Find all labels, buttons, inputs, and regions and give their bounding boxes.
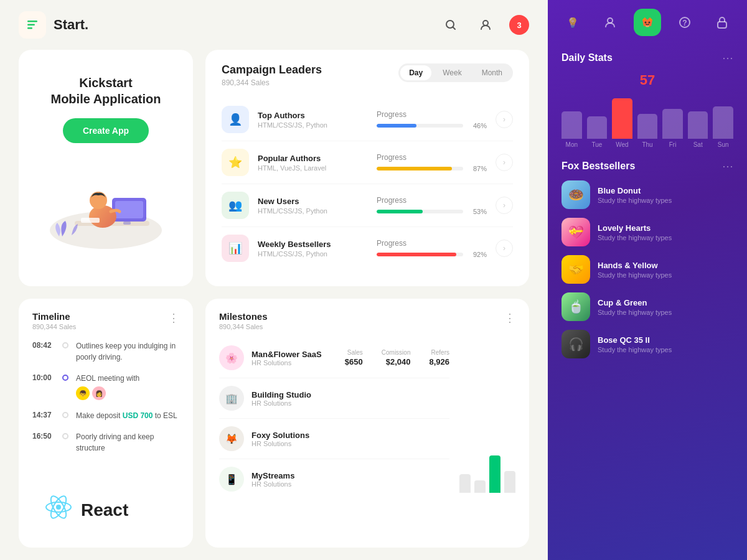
fox-bestsellers-title: Fox Bestsellers [561,161,635,172]
daily-stats-section: Daily Stats ⋯ 57 Mon Tue Wed Thu [548,41,747,154]
daily-stats-peak: 57 [561,72,733,88]
svg-rect-10 [123,222,131,225]
weekly-bestsellers-tech: HTML/CSS/JS, Python [258,250,368,258]
chart-bar-fri: Fri [662,98,683,148]
search-icon[interactable] [439,14,462,36]
tab-group: Day Week Month [398,63,513,82]
react-label: React [81,500,128,520]
header-left: Start. [19,11,88,39]
content-grid: Kickstart Mobile Application Create App [0,50,548,560]
daily-stats-chart: Mon Tue Wed Thu Fri Sat [561,92,733,148]
product-blue-donut: 🍩 Blue Donut Study the highway types [561,180,733,209]
svg-point-20 [645,22,647,24]
popular-authors-icon: ⭐ [222,149,249,176]
tab-day[interactable]: Day [400,65,431,80]
fox-bestsellers-more[interactable]: ⋯ [722,159,733,173]
timeline-more[interactable]: ⋮ [168,311,179,325]
weekly-bestsellers-progress: Progress 92% [377,239,487,258]
campaign-subtitle: 890,344 Sales [222,78,322,87]
popular-authors-arrow[interactable]: › [496,154,513,171]
sidebar-help-icon[interactable]: ? [671,9,698,36]
svg-line-4 [453,27,456,30]
timeline-item-1000: 10:00 AEOL meeting with 👦 👩 [32,373,179,400]
sidebar-lock-icon[interactable] [708,9,736,36]
weekly-bestsellers-arrow[interactable]: › [496,240,513,257]
new-users-arrow[interactable]: › [496,197,513,214]
new-users-tech: HTML/CSS/JS, Python [258,207,368,215]
top-authors-progress: Progress 46% [377,110,487,129]
milestones-title: Milestones [219,311,268,322]
product-bose-qc35: 🎧 Bose QC 35 II Study the highway types [561,330,733,358]
tab-month[interactable]: Month [473,65,511,80]
building-studio-info: Building Studio HR Solutions [251,390,449,407]
timeline-title: Timeline [32,311,76,322]
timeline-item-0842: 08:42 Outlines keep you indulging in poo… [32,340,179,363]
header-right: 3 [439,14,529,36]
bose-thumb: 🎧 [561,330,590,358]
react-banner: React [32,485,179,535]
hands-yellow-info: Hands & Yellow Study the highway types [598,261,733,279]
user-icon[interactable] [474,14,497,36]
header: Start. 3 [0,0,548,50]
mystreams-icon: 📱 [219,467,244,492]
milestones-subtitle: 890,344 Sales [219,323,268,330]
campaign-row-popular-authors: ⭐ Popular Authors HTML, VueJS, Laravel P… [222,141,513,184]
campaign-row-new-users: 👥 New Users HTML/CSS/JS, Python Progress… [222,184,513,227]
notification-badge[interactable]: 3 [509,15,529,35]
timeline-item-1437: 14:37 Make deposit USD 700 to ESL [32,410,179,421]
svg-point-14 [56,505,61,510]
weekly-bestsellers-name: Weekly Bestsellers [258,240,368,249]
product-hands-yellow: 🤝 Hands & Yellow Study the highway types [561,255,733,284]
sidebar-user-icon[interactable] [596,9,624,36]
product-lovely-hearts: 💝 Lovely Hearts Study the highway types [561,218,733,246]
top-authors-icon: 👤 [222,106,249,133]
weekly-bestsellers-icon: 📊 [222,235,249,262]
campaign-row-top-authors: 👤 Top Authors HTML/CSS/JS, Python Progre… [222,98,513,141]
hands-yellow-thumb: 🤝 [561,255,590,284]
milestones-more[interactable]: ⋮ [504,311,515,325]
daily-stats-more[interactable]: ⋯ [722,51,733,65]
milestones-chart [449,455,515,493]
tab-week[interactable]: Week [434,65,470,80]
svg-rect-2 [27,27,32,29]
milestone-row-mystreams: 📱 MyStreams HR Solutions [219,459,449,499]
top-authors-tech: HTML/CSS/JS, Python [258,121,368,129]
popular-authors-name: Popular Authors [258,154,368,163]
create-app-button[interactable]: Create App [63,118,149,143]
milestone-row-manflower: 🌸 Man&Flower SaaS HR Solutions Sales $65… [219,338,449,378]
new-users-progress: Progress 53% [377,196,487,215]
svg-point-21 [649,22,651,24]
svg-point-11 [89,205,116,228]
logo-text: Start. [54,17,88,33]
top-authors-name: Top Authors [258,111,368,120]
top-authors-arrow[interactable]: › [496,111,513,128]
svg-rect-0 [27,21,37,22]
fox-bestsellers-section: Fox Bestsellers ⋯ 🍩 Blue Donut Study the… [548,154,747,560]
sidebar-fox-icon[interactable] [634,9,661,36]
top-authors-info: Top Authors HTML/CSS/JS, Python [258,111,368,129]
svg-rect-1 [27,24,35,26]
popular-authors-tech: HTML, VueJS, Laravel [258,164,368,172]
campaign-header: Campaign Leaders 890,344 Sales Day Week … [222,63,513,87]
weekly-bestsellers-info: Weekly Bestsellers HTML/CSS/JS, Python [258,240,368,258]
main-area: Start. 3 Kickstart Mobile A [0,0,548,560]
right-sidebar: 💡 ? [548,0,747,560]
sidebar-bulb-icon[interactable]: 💡 [559,9,586,36]
chart-bar-sat: Sat [688,98,708,148]
foxy-icon: 🦊 [219,426,244,451]
svg-point-5 [483,21,488,26]
daily-stats-header: Daily Stats ⋯ [561,51,733,65]
milestone-row-building-studio: 🏢 Building Studio HR Solutions [219,378,449,419]
chart-bar-tue: Tue [587,98,608,148]
milestone-row-foxy: 🦊 Foxy Solutions HR Solutions [219,419,449,459]
manflower-icon: 🌸 [219,345,244,370]
lovely-hearts-thumb: 💝 [561,218,590,246]
fox-bestsellers-header: Fox Bestsellers ⋯ [561,159,733,173]
svg-point-22 [646,26,649,27]
milestones-header: Milestones 890,344 Sales ⋮ [219,311,515,330]
new-users-icon: 👥 [222,192,249,219]
chart-bar-wed: Wed [612,98,632,148]
svg-rect-13 [81,218,100,223]
timeline-item-1650: 16:50 Poorly driving and keep structure [32,431,179,454]
daily-stats-title: Daily Stats [561,52,613,63]
